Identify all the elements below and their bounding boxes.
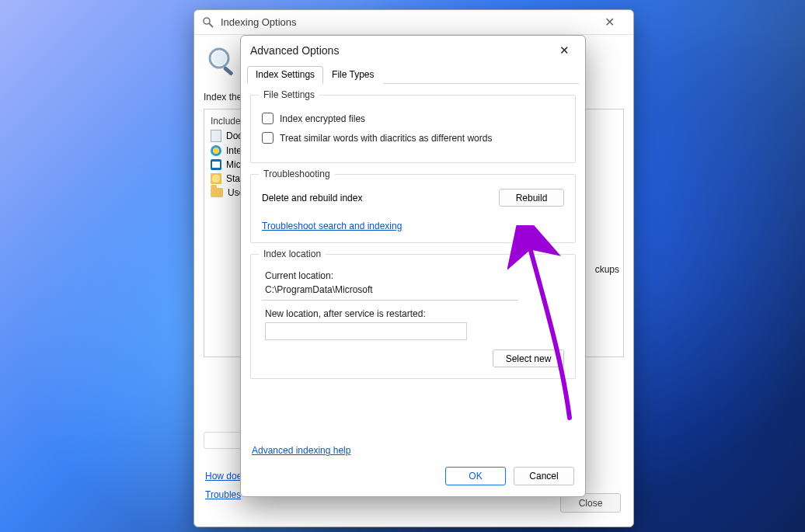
group-legend: File Settings bbox=[259, 89, 319, 100]
document-icon bbox=[211, 130, 221, 142]
troubleshoot-link-fragment[interactable]: Troubles bbox=[205, 489, 241, 500]
advanced-options-dialog: Advanced Options ✕ Index Settings File T… bbox=[240, 35, 586, 497]
advanced-indexing-help-link[interactable]: Advanced indexing help bbox=[252, 445, 350, 456]
checkbox-row-diacritics[interactable]: Treat similar words with diacritics as d… bbox=[262, 132, 564, 144]
checkbox-row-encrypted[interactable]: Index encrypted files bbox=[262, 113, 564, 124]
indexing-options-icon bbox=[202, 16, 214, 29]
indexing-options-title: Indexing Options bbox=[221, 16, 297, 28]
svg-line-1 bbox=[209, 23, 213, 27]
tab-index-settings[interactable]: Index Settings bbox=[247, 66, 323, 84]
advanced-options-titlebar[interactable]: Advanced Options ✕ bbox=[241, 36, 585, 65]
group-index-location: Index location Current location: C:\Prog… bbox=[250, 254, 576, 379]
ok-button[interactable]: OK bbox=[445, 467, 506, 485]
close-button-label: Close bbox=[579, 498, 603, 509]
checkbox-icon[interactable] bbox=[262, 113, 274, 124]
new-location-label: New location, after service is restarted… bbox=[265, 308, 564, 319]
select-new-button[interactable]: Select new bbox=[493, 349, 564, 367]
troubleshoot-search-link[interactable]: Troubleshoot search and indexing bbox=[262, 221, 402, 231]
group-troubleshooting: Troubleshooting Delete and rebuild index… bbox=[250, 174, 576, 243]
group-legend: Troubleshooting bbox=[259, 169, 335, 179]
magnifier-icon bbox=[207, 46, 239, 78]
outlook-icon bbox=[211, 159, 221, 170]
current-location-label: Current location: bbox=[265, 270, 564, 281]
list-item-label: Mic bbox=[226, 159, 241, 170]
ok-button-label: OK bbox=[469, 471, 482, 482]
tab-label: File Types bbox=[332, 69, 374, 80]
rebuild-button[interactable]: Rebuild bbox=[499, 189, 564, 207]
tab-file-types[interactable]: File Types bbox=[323, 66, 382, 84]
checkbox-label: Treat similar words with diacritics as d… bbox=[280, 133, 492, 144]
favorites-icon bbox=[211, 173, 221, 184]
advanced-options-title: Advanced Options bbox=[250, 44, 339, 57]
checkbox-icon[interactable] bbox=[262, 132, 274, 144]
new-location-input[interactable] bbox=[265, 322, 467, 340]
cancel-button[interactable]: Cancel bbox=[514, 467, 574, 485]
ie-icon bbox=[211, 145, 221, 156]
svg-rect-4 bbox=[223, 66, 234, 76]
group-file-settings: File Settings Index encrypted files Trea… bbox=[250, 95, 576, 163]
tab-label: Index Settings bbox=[256, 69, 315, 80]
rebuild-button-label: Rebuild bbox=[516, 193, 548, 203]
close-icon[interactable]: ✕ bbox=[593, 15, 626, 30]
current-location-value: C:\ProgramData\Microsoft bbox=[262, 283, 518, 301]
list-item-label: Sta bbox=[226, 173, 240, 184]
close-icon[interactable]: ✕ bbox=[552, 43, 576, 57]
group-legend: Index location bbox=[259, 249, 326, 259]
how-does-indexing-link[interactable]: How doe bbox=[205, 471, 242, 482]
rebuild-label: Delete and rebuild index bbox=[262, 193, 362, 203]
select-new-label: Select new bbox=[506, 353, 552, 364]
folder-icon bbox=[211, 188, 223, 197]
svg-point-3 bbox=[212, 51, 226, 65]
svg-point-0 bbox=[204, 18, 210, 24]
indexing-options-titlebar[interactable]: Indexing Options ✕ bbox=[194, 10, 633, 35]
checkbox-label: Index encrypted files bbox=[280, 113, 365, 124]
exclude-label-fragment: ckups bbox=[595, 264, 619, 275]
list-item-label: Inte bbox=[226, 145, 242, 156]
tabs: Index Settings File Types bbox=[247, 65, 579, 84]
cancel-button-label: Cancel bbox=[529, 471, 558, 482]
